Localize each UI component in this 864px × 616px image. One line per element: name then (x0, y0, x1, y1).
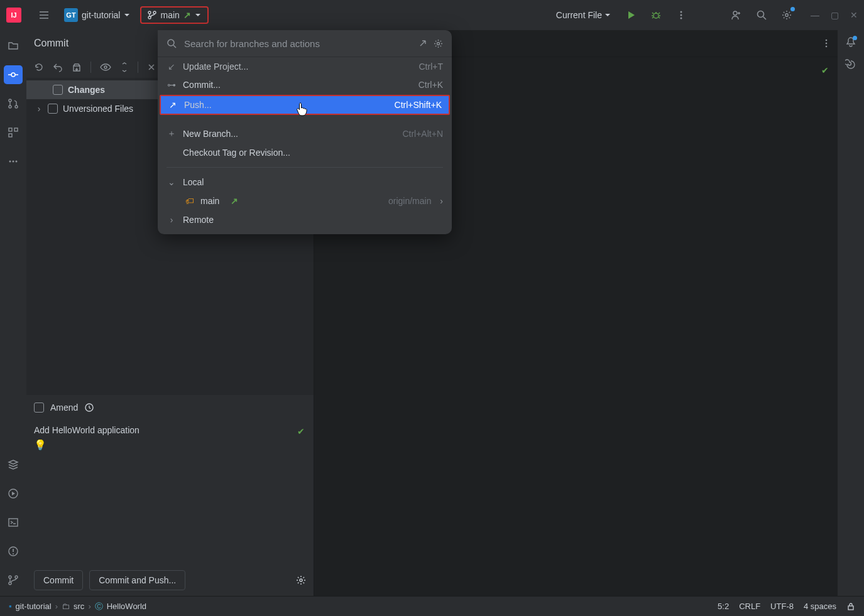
maximize-button[interactable]: ▢ (831, 10, 839, 20)
structure-icon (8, 127, 19, 138)
svg-point-8 (758, 11, 764, 18)
notifications-button[interactable] (845, 36, 856, 48)
refresh-icon (34, 62, 44, 72)
checkbox[interactable] (53, 85, 63, 95)
push-icon: ↗ (168, 100, 178, 110)
branch-icon (148, 11, 156, 19)
svg-point-34 (168, 40, 174, 46)
services-tool[interactable] (4, 455, 23, 474)
minimize-button[interactable]: — (811, 10, 819, 20)
run-tool[interactable] (4, 484, 23, 503)
settings-button[interactable] (777, 5, 797, 25)
layers-icon (8, 459, 19, 470)
close-button[interactable]: ✕ (850, 10, 858, 20)
svg-point-13 (15, 105, 18, 108)
remote-group[interactable]: › Remote (158, 210, 452, 229)
unversioned-label: Unversioned Files (63, 104, 133, 114)
right-tool-strip (838, 30, 864, 596)
run-config-selector[interactable]: Current File (551, 8, 616, 23)
terminal-tool[interactable] (4, 513, 23, 532)
svg-rect-16 (9, 134, 12, 137)
branch-settings-button[interactable] (434, 39, 443, 48)
crumb-class: HelloWorld (107, 602, 146, 611)
check-icon: ✔ (297, 426, 305, 436)
amend-checkbox[interactable] (34, 403, 44, 413)
ai-assistant-button[interactable] (845, 59, 856, 70)
svg-point-11 (9, 99, 11, 102)
refresh-button[interactable] (34, 62, 44, 72)
debug-button[interactable] (646, 5, 666, 25)
run-button[interactable] (621, 5, 641, 25)
checkout-tag-item[interactable]: Checkout Tag or Revision... (158, 143, 452, 162)
svg-point-24 (9, 576, 11, 578)
branch-search-input[interactable] (183, 38, 412, 50)
line-separator[interactable]: CRLF (739, 602, 760, 611)
local-branch-main[interactable]: 🏷 main ↗ origin/main › (158, 192, 452, 210)
chevron-right-icon: › (35, 104, 43, 114)
svg-point-23 (13, 553, 14, 554)
branch-selector[interactable]: main ↗ (140, 6, 208, 24)
amend-label: Amend (50, 403, 78, 413)
commit-message-text: Add HelloWorld application (34, 425, 139, 435)
more-tools[interactable] (4, 152, 23, 171)
search-everywhere-button[interactable] (752, 5, 772, 25)
project-name: git-tutorial (82, 10, 120, 20)
svg-rect-33 (848, 606, 853, 610)
main-menu-button[interactable] (34, 5, 54, 25)
svg-point-3 (653, 13, 659, 18)
fetch-button[interactable] (418, 39, 427, 48)
inspection-check-icon[interactable]: ✔ (821, 63, 829, 77)
update-project-item[interactable]: ↙ Update Project... Ctrl+T (158, 57, 452, 75)
project-selector[interactable]: GT git-tutorial (59, 6, 135, 24)
commit-tool[interactable] (4, 65, 23, 84)
checkbox[interactable] (48, 104, 58, 114)
editor-more-button[interactable] (821, 38, 831, 48)
shelve-button[interactable] (72, 62, 82, 72)
commit-message-area[interactable]: Add HelloWorld application ✔ 💡 (26, 420, 314, 565)
changelist-button[interactable] (120, 62, 129, 72)
bell-icon (845, 36, 856, 48)
amend-row: Amend (26, 395, 314, 420)
structure-tool[interactable] (4, 123, 23, 142)
problems-tool[interactable] (4, 542, 23, 561)
outgoing-icon: ↗ (183, 10, 191, 20)
local-group[interactable]: ⌄ Local (158, 173, 452, 192)
commit-button[interactable]: Commit (34, 570, 83, 590)
commit-options-button[interactable] (296, 575, 306, 585)
breadcrumb[interactable]: ▪ git-tutorial › 🗀 src › Ⓒ HelloWorld (9, 601, 146, 612)
pull-requests-tool[interactable] (4, 94, 23, 113)
rollback-button[interactable] (53, 62, 63, 72)
update-icon: ↙ (167, 62, 177, 72)
group-by-button[interactable] (147, 63, 156, 72)
show-diff-button[interactable] (100, 62, 111, 72)
readonly-toggle[interactable] (846, 602, 855, 611)
commit-and-push-button[interactable]: Commit and Push... (89, 570, 185, 590)
bug-icon (651, 10, 661, 20)
history-icon (84, 403, 94, 413)
crumb-project: git-tutorial (16, 602, 52, 611)
svg-point-9 (785, 14, 788, 16)
close-icon (147, 63, 156, 72)
indent-config[interactable]: 4 spaces (804, 602, 836, 611)
hamburger-icon (38, 9, 50, 21)
title-bar: IJ GT git-tutorial main ↗ Current File —… (0, 0, 864, 30)
warning-circle-icon (8, 546, 19, 557)
code-with-me-button[interactable] (726, 5, 746, 25)
file-encoding[interactable]: UTF-8 (770, 602, 794, 611)
commit-item[interactable]: ⊶ Commit... Ctrl+K (158, 75, 452, 94)
project-tool[interactable] (4, 36, 23, 55)
more-actions-button[interactable] (671, 5, 691, 25)
svg-point-7 (733, 11, 737, 15)
svg-point-35 (437, 42, 440, 45)
svg-point-31 (826, 43, 828, 45)
ellipsis-icon (8, 156, 19, 167)
git-tool[interactable] (4, 571, 23, 590)
up-down-icon (120, 62, 129, 72)
bulb-icon[interactable]: 💡 (34, 439, 306, 451)
push-item[interactable]: ↗ Push... Ctrl+Shift+K (160, 95, 450, 115)
svg-point-32 (826, 46, 828, 48)
new-branch-item[interactable]: ＋ New Branch... Ctrl+Alt+N (158, 124, 452, 143)
history-button[interactable] (84, 403, 94, 413)
left-tool-strip (0, 30, 26, 596)
caret-position[interactable]: 5:2 (718, 602, 729, 611)
